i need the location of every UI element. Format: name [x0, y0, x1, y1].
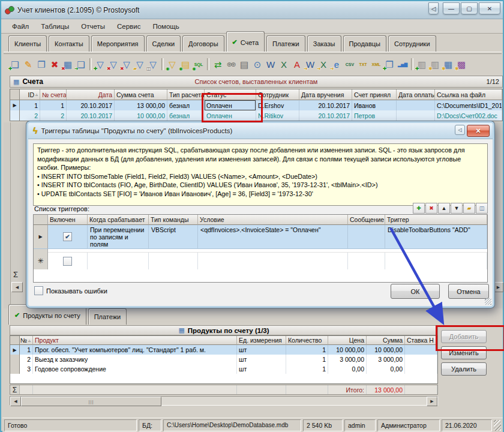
scroll-right-icon[interactable]: ▶: [427, 397, 437, 406]
tab-sellers[interactable]: Продавцы: [343, 35, 387, 52]
copy-record-icon[interactable]: ❐: [35, 58, 48, 71]
preview-icon[interactable]: ⊙: [251, 58, 264, 71]
grid-settings-icon[interactable]: ▦✱: [442, 58, 455, 71]
tab-deals[interactable]: Сделки: [146, 35, 181, 52]
cell-pay-type[interactable]: безнал: [167, 110, 205, 121]
delete-record-icon[interactable]: ✖: [48, 58, 61, 71]
cell-status[interactable]: Оплачен: [205, 110, 256, 121]
refresh-icon[interactable]: ⇄: [211, 58, 224, 71]
cell-file-link[interactable]: C:\Documents\ID1_2017-1: [435, 100, 502, 110]
cell-price[interactable]: 0,00: [328, 364, 367, 374]
cell-accepted-by[interactable]: Петров: [352, 110, 397, 121]
cell-sum[interactable]: 10 000,00: [367, 345, 405, 355]
cell-trigger[interactable]: DisableToolbarButtons "ADD": [385, 225, 487, 249]
copy-pages-icon[interactable]: ❐✚: [383, 58, 396, 71]
cell-number[interactable]: 1: [40, 100, 67, 110]
cell-delivery-date[interactable]: 20.10.2017: [299, 110, 352, 121]
filter-remove-all-icon[interactable]: ▽✖: [120, 58, 133, 71]
cell-price[interactable]: 3 000,00: [328, 355, 367, 364]
tab-events[interactable]: Мероприятия: [91, 35, 145, 52]
dialog-resize-grip[interactable]: [485, 298, 491, 305]
minimize-button[interactable]: —: [443, 2, 460, 14]
cell-num[interactable]: 3: [20, 364, 33, 374]
export-excel-icon[interactable]: X➜: [317, 58, 330, 71]
col-file-link[interactable]: Ссылка на файл: [435, 89, 502, 100]
export-xml-icon[interactable]: XML: [370, 58, 383, 71]
menu-help[interactable]: Помощь: [146, 21, 185, 32]
cell-condition-new[interactable]: [198, 253, 348, 269]
cell-enabled[interactable]: ✔: [48, 225, 88, 249]
trigger-load-icon[interactable]: ▰: [463, 203, 475, 214]
cell-payment-date[interactable]: [397, 100, 435, 110]
cell-amount[interactable]: 10 000,00: [115, 110, 167, 121]
tab-orders[interactable]: Заказы: [307, 35, 341, 52]
export-html-icon[interactable]: e➜: [330, 58, 343, 71]
filter-open-icon[interactable]: ▽▰: [133, 58, 146, 71]
filter-remove-icon[interactable]: ▽✖: [107, 58, 120, 71]
tab-payments[interactable]: Платежи: [266, 35, 305, 52]
filter-add-icon[interactable]: ▽✚: [94, 58, 107, 71]
export-csv-icon[interactable]: CSV: [343, 58, 356, 71]
col-vat[interactable]: Ставка Н: [405, 336, 437, 345]
import-record-icon[interactable]: ❏➜: [74, 58, 88, 71]
col-accepted-by[interactable]: Счет принял: [352, 89, 397, 100]
export-pdf-icon[interactable]: A: [290, 58, 304, 71]
add-record-icon[interactable]: ❏✚: [8, 58, 22, 71]
col-unit[interactable]: Ед. измерения: [237, 336, 286, 345]
cell-status-selected[interactable]: Оплачен: [205, 100, 256, 110]
menu-file[interactable]: Файл: [6, 21, 35, 32]
col-qty[interactable]: Количество: [286, 336, 328, 345]
print-icon[interactable]: ▤: [238, 58, 251, 71]
cell-file-link[interactable]: D:\Docs\Счет002.doc: [435, 110, 502, 121]
cell-vat[interactable]: [405, 355, 437, 364]
cell-pay-type[interactable]: безнал: [167, 100, 205, 110]
excel-document-icon[interactable]: X: [277, 58, 290, 71]
chart-icon[interactable]: ▂▅▇: [396, 58, 409, 71]
col-amount[interactable]: Сумма счета: [115, 89, 167, 100]
col-trigger[interactable]: Триггер: [385, 215, 487, 225]
cell-delivery-date[interactable]: 20.10.2017: [299, 100, 352, 110]
close-button[interactable]: ✕: [479, 2, 500, 14]
cell-unit[interactable]: шт: [237, 345, 286, 355]
edit-record-icon[interactable]: ✎: [22, 58, 35, 71]
cell-when[interactable]: При перемещении по записям и полям: [88, 225, 149, 249]
col-payment-date[interactable]: Дата оплаты: [397, 89, 435, 100]
col-product[interactable]: Продукт: [33, 336, 237, 345]
cell-command-type-new[interactable]: [149, 253, 198, 269]
edit-button[interactable]: Изменить: [441, 346, 487, 359]
sql-view-icon[interactable]: SQL◉: [192, 58, 205, 71]
add-button[interactable]: Добавить: [441, 330, 487, 343]
cell-unit[interactable]: шт: [237, 364, 286, 374]
col-price[interactable]: Цена: [328, 336, 367, 345]
tab-clients[interactable]: Клиенты: [8, 35, 47, 52]
export-word-icon[interactable]: W➜: [304, 58, 317, 71]
cell-enabled-new[interactable]: ✔: [48, 253, 88, 269]
rollup-button[interactable]: ◁: [428, 2, 439, 14]
scroll-right-icon[interactable]: ▶: [493, 282, 503, 292]
menu-reports[interactable]: Отчеты: [75, 21, 111, 32]
cell-id[interactable]: 2: [20, 110, 40, 121]
view-settings-icon[interactable]: ▩✱: [455, 58, 468, 71]
cell-trigger-new[interactable]: [385, 253, 487, 269]
cell-sum[interactable]: 0,00: [367, 364, 405, 374]
word-document-icon[interactable]: W: [264, 58, 277, 71]
ok-button[interactable]: ОК: [391, 284, 440, 299]
trigger-save-icon[interactable]: ◫: [476, 203, 488, 214]
col-when[interactable]: Когда срабатывает: [88, 215, 149, 225]
tree-view-icon[interactable]: ▤◉: [179, 58, 192, 71]
horizontal-scrollbar[interactable]: ◀ ||| ▶: [10, 396, 438, 406]
cell-payment-date[interactable]: [397, 110, 435, 121]
trigger-move-down-icon[interactable]: ▼: [451, 203, 463, 214]
cancel-button[interactable]: Отмена: [448, 284, 489, 299]
tab-contacts[interactable]: Контакты: [49, 35, 89, 52]
delete-range-icon[interactable]: ▦✖: [61, 58, 74, 71]
cell-amount[interactable]: 13 000,00: [115, 100, 167, 110]
show-errors-option[interactable]: ✔ Показывать ошибки: [34, 286, 107, 295]
dialog-close-button[interactable]: ✕: [467, 125, 490, 137]
cell-qty[interactable]: 1: [286, 364, 328, 374]
col-date[interactable]: Дата: [67, 89, 115, 100]
cell-vat[interactable]: [405, 345, 437, 355]
menu-tables[interactable]: Таблицы: [35, 21, 75, 32]
cell-qty[interactable]: 1: [286, 355, 328, 364]
col-number[interactable]: № счета: [40, 89, 67, 100]
